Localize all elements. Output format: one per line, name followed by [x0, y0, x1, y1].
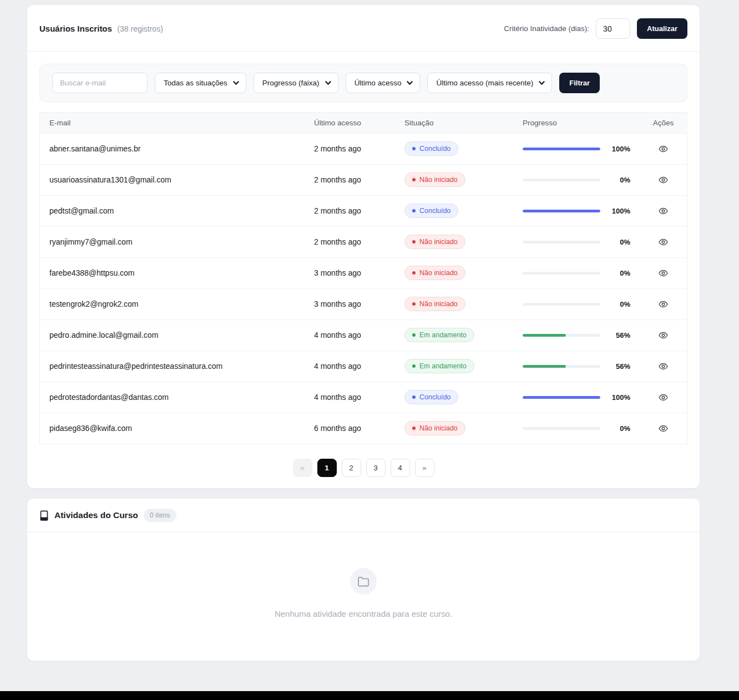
user-email: pedtst@gmail.com — [40, 195, 314, 226]
table-row: pedro.admine.local@gmail.com 4 months ag… — [40, 319, 688, 351]
status-dot-icon — [412, 271, 416, 275]
progress-cell: 56% — [523, 362, 646, 371]
progress-filter-value: Progresso (faixa) — [262, 79, 320, 87]
activities-card: Atividades do Curso 0 itens Nenhuma ativ… — [27, 498, 700, 661]
progress-percent: 0% — [605, 176, 630, 184]
view-user-button[interactable] — [659, 237, 668, 247]
progress-cell: 100% — [523, 393, 646, 402]
eye-icon — [659, 175, 668, 185]
status-dot-icon — [412, 240, 416, 244]
user-last-access: 2 months ago — [314, 164, 404, 195]
pagination: « 1234» — [27, 444, 700, 488]
pagination-prev-button[interactable]: « — [293, 459, 312, 477]
status-badge: Concluído — [404, 204, 458, 218]
progress-fill — [523, 365, 566, 368]
progress-percent: 100% — [605, 207, 630, 215]
progress-percent: 0% — [605, 424, 630, 433]
table-row: usuarioassinatura1301@gmail.com 2 months… — [40, 164, 688, 195]
activities-count-badge: 0 itens — [144, 509, 176, 522]
progress-bar — [523, 396, 600, 399]
progress-fill — [523, 148, 600, 150]
progress-percent: 56% — [605, 331, 630, 339]
progress-percent: 56% — [605, 362, 630, 371]
status-label: Não iniciado — [419, 269, 458, 277]
status-dot-icon — [412, 178, 416, 181]
chevron-down-icon — [539, 80, 545, 86]
pagination-page-button[interactable]: 2 — [342, 459, 361, 477]
access-filter-select[interactable]: Último acesso — [346, 73, 421, 93]
view-user-button[interactable] — [659, 393, 668, 402]
status-badge: Não iniciado — [404, 173, 465, 187]
progress-cell: 100% — [523, 145, 646, 153]
progress-cell: 56% — [523, 331, 646, 339]
table-row: ryanjimmy7@gmail.com 2 months ago Não in… — [40, 226, 688, 257]
status-filter-select[interactable]: Todas as situações — [155, 73, 246, 93]
progress-fill — [523, 210, 600, 212]
eye-icon — [659, 331, 668, 340]
pagination-page-button[interactable]: 3 — [366, 459, 386, 477]
status-label: Concluído — [419, 207, 451, 215]
users-card-header: Usuários Inscritos (38 registros) Critér… — [27, 5, 700, 52]
column-header-status: Situação — [404, 113, 523, 133]
view-user-button[interactable] — [659, 206, 668, 216]
progress-bar — [523, 272, 600, 275]
status-dot-icon — [412, 209, 416, 212]
progress-bar — [523, 303, 600, 306]
user-last-access: 6 months ago — [314, 413, 404, 444]
status-dot-icon — [412, 333, 416, 337]
status-label: Em andamento — [419, 362, 467, 370]
users-table: E-mail Último acesso Situação Progresso … — [39, 112, 687, 444]
bottom-bar — [0, 691, 739, 700]
status-label: Concluído — [419, 393, 451, 401]
update-button[interactable]: Atualizar — [637, 18, 687, 39]
status-label: Não iniciado — [419, 300, 458, 308]
view-user-button[interactable] — [659, 268, 668, 278]
progress-percent: 0% — [605, 238, 630, 246]
filter-bar: Todas as situações Progresso (faixa) Últ… — [39, 64, 687, 102]
inactivity-days-input[interactable] — [596, 18, 630, 39]
status-label: Não iniciado — [419, 424, 458, 432]
progress-cell: 0% — [523, 424, 646, 433]
eye-icon — [659, 300, 668, 309]
users-table-body: abner.santana@unimes.br 2 months ago Con… — [40, 133, 688, 444]
view-user-button[interactable] — [659, 144, 668, 154]
view-user-button[interactable] — [659, 424, 668, 433]
progress-bar — [523, 427, 600, 430]
view-user-button[interactable] — [659, 331, 668, 340]
users-card: Usuários Inscritos (38 registros) Critér… — [27, 4, 700, 489]
status-badge: Em andamento — [404, 359, 474, 373]
progress-cell: 0% — [523, 238, 646, 246]
page-title: Usuários Inscritos — [39, 24, 112, 33]
progress-bar — [523, 241, 600, 244]
activities-card-header: Atividades do Curso 0 itens — [27, 499, 700, 532]
activities-empty-state: Nenhuma atividade encontrada para este c… — [27, 532, 700, 661]
sort-select-value: Último acesso (mais recente) — [436, 79, 533, 87]
status-badge: Não iniciado — [404, 266, 465, 280]
progress-percent: 0% — [605, 269, 630, 277]
user-email: farebe4388@httpsu.com — [40, 257, 314, 288]
records-count: (38 registros) — [117, 24, 163, 33]
table-row: pedtst@gmail.com 2 months ago Concluído … — [40, 195, 688, 226]
user-email: testengrok2@ngrok2.com — [40, 288, 314, 319]
search-input[interactable] — [52, 73, 148, 93]
view-user-button[interactable] — [659, 362, 668, 371]
column-header-email: E-mail — [40, 113, 314, 133]
pagination-next-button[interactable]: » — [415, 459, 434, 477]
progress-bar — [523, 334, 600, 337]
status-badge: Concluído — [404, 390, 458, 404]
progress-bar — [523, 179, 600, 181]
progress-bar — [523, 365, 600, 368]
progress-filter-select[interactable]: Progresso (faixa) — [254, 73, 338, 93]
view-user-button[interactable] — [659, 300, 668, 309]
progress-percent: 100% — [605, 145, 630, 153]
table-row: pedrotestadordantas@dantas.com 4 months … — [40, 382, 688, 413]
eye-icon — [659, 237, 668, 247]
view-user-button[interactable] — [659, 175, 668, 185]
inactivity-controls: Critério Inatividade (dias): Atualizar — [504, 18, 687, 39]
users-card-heading: Usuários Inscritos (38 registros) — [39, 24, 163, 34]
pagination-page-button[interactable]: 1 — [317, 459, 337, 477]
user-email: usuarioassinatura1301@gmail.com — [40, 164, 314, 195]
filter-button[interactable]: Filtrar — [559, 73, 600, 93]
pagination-page-button[interactable]: 4 — [391, 459, 410, 477]
sort-select[interactable]: Último acesso (mais recente) — [427, 73, 552, 93]
